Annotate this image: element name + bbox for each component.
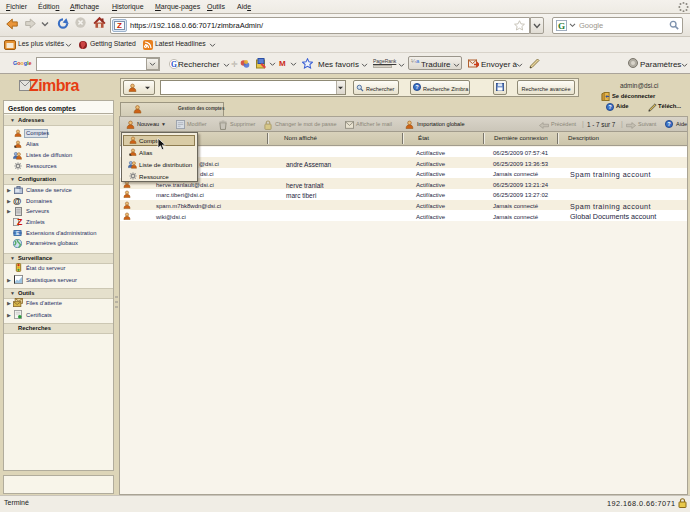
svg-text:Z: Z <box>17 218 23 226</box>
svg-text:?: ? <box>667 121 671 127</box>
svg-text:Z: Z <box>117 21 122 30</box>
svg-text:E: E <box>16 231 19 236</box>
svg-text:?: ? <box>415 84 419 90</box>
svg-text:G: G <box>171 60 177 69</box>
svg-text:G: G <box>558 21 565 31</box>
svg-text:?: ? <box>608 104 612 110</box>
